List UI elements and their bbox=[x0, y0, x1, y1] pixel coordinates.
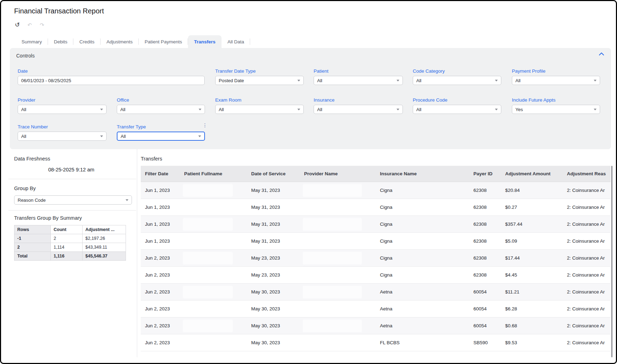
filter-trace-number-label: Trace Number bbox=[18, 124, 107, 129]
cell-patient-fullname bbox=[180, 216, 247, 232]
summary-row: 2 1,114 $43,349.11 bbox=[14, 243, 126, 252]
table-row[interactable]: Jun 1, 2023 May 31, 2023 Cigna 62308 $35… bbox=[141, 216, 611, 233]
include-future-appts-dropdown[interactable]: Yes bbox=[512, 105, 600, 114]
data-freshness-heading: Data Freshness bbox=[14, 156, 50, 162]
filter-trace-number: Trace Number All bbox=[18, 124, 107, 141]
group-by-summary-table: Rows Count Adjustment ... -1 2 $2,197.26… bbox=[14, 225, 126, 261]
collapse-chevron-up-icon[interactable] bbox=[598, 51, 605, 58]
cell-adjustment-amount: $4.45 bbox=[501, 267, 563, 283]
header-date-of-service[interactable]: Date of Service bbox=[247, 166, 300, 182]
summary-total-cell: 1,116 bbox=[51, 252, 83, 261]
cell-adjustment-reason: 2: Coinsurance Ar bbox=[563, 250, 611, 266]
insurance-dropdown[interactable]: All bbox=[314, 105, 403, 114]
filter-procedure-code: Procedure Code All bbox=[413, 97, 501, 114]
cell-filter-date: Jun 1, 2023 bbox=[141, 182, 180, 199]
patient-value: All bbox=[317, 78, 322, 83]
filter-transfer-date-type-label: Transfer Date Type bbox=[215, 68, 304, 74]
table-row[interactable]: Jun 2, 2023 May 30, 2023 FL BCBS SB590 $… bbox=[141, 334, 611, 351]
cell-provider-name bbox=[300, 267, 376, 283]
table-row[interactable]: Jun 2, 2023 May 23, 2023 Cigna 62308 $4.… bbox=[141, 267, 611, 284]
table-row[interactable]: Jun 2, 2023 May 30, 2023 Aetna 60054 $6.… bbox=[141, 301, 611, 317]
summary-header-adjustment: Adjustment ... bbox=[83, 225, 126, 234]
office-value: All bbox=[120, 107, 125, 112]
redacted-provider-name bbox=[303, 252, 362, 265]
chevron-down-icon bbox=[495, 80, 498, 81]
office-dropdown[interactable]: All bbox=[117, 105, 205, 114]
vertical-scrollbar[interactable] bbox=[611, 166, 612, 357]
patient-dropdown[interactable]: All bbox=[314, 76, 403, 85]
header-adjustment-reason[interactable]: Adjustment Reas bbox=[563, 166, 611, 182]
payment-profile-dropdown[interactable]: All bbox=[512, 76, 600, 85]
redo-icon[interactable]: ↷ bbox=[38, 22, 46, 28]
refresh-icon[interactable]: ↺ bbox=[13, 21, 21, 29]
cell-payer-id: SB590 bbox=[469, 334, 501, 351]
chevron-down-icon bbox=[397, 109, 399, 110]
header-payer-id[interactable]: Payer ID bbox=[469, 166, 501, 182]
filter-payment-profile: Payment Profile All bbox=[512, 68, 600, 85]
trace-number-dropdown[interactable]: All bbox=[18, 132, 107, 141]
filter-transfer-date-type: Transfer Date Type Posted Date bbox=[215, 68, 304, 85]
cell-patient-fullname bbox=[180, 267, 247, 283]
cell-provider-name bbox=[300, 250, 376, 266]
cell-provider-name bbox=[300, 301, 376, 317]
summary-cell: 2 bbox=[14, 243, 51, 252]
undo-icon[interactable]: ↶ bbox=[26, 22, 34, 28]
table-row[interactable]: Jun 2, 2023 May 30, 2023 Aetna 60054 $0.… bbox=[141, 317, 611, 334]
header-adjustment-amount[interactable]: Adjustment Amount bbox=[501, 166, 563, 182]
cell-patient-fullname bbox=[180, 250, 247, 266]
transfers-title: Transfers bbox=[141, 156, 162, 162]
cell-patient-fullname bbox=[180, 301, 247, 317]
tab-all-data[interactable]: All Data bbox=[222, 35, 250, 48]
summary-cell: 2 bbox=[51, 234, 83, 243]
filter-office-label: Office bbox=[117, 97, 205, 103]
cell-insurance-name: Cigna bbox=[376, 216, 469, 232]
cell-payer-id: 62308 bbox=[469, 267, 501, 283]
header-provider-name[interactable]: Provider Name bbox=[300, 166, 376, 182]
header-insurance-name[interactable]: Insurance Name bbox=[376, 166, 469, 182]
tab-patient-payments[interactable]: Patient Payments bbox=[139, 35, 188, 48]
cell-date-of-service: May 31, 2023 bbox=[247, 233, 300, 249]
table-row[interactable]: Jun 1, 2023 May 31, 2023 Cigna 62308 $0.… bbox=[141, 199, 611, 216]
cell-payer-id: 62308 bbox=[469, 199, 501, 216]
chevron-down-icon bbox=[199, 109, 201, 110]
header-filter-date[interactable]: Filter Date bbox=[141, 166, 180, 182]
filter-insurance-label: Insurance bbox=[314, 97, 403, 103]
tab-adjustments[interactable]: Adjustments bbox=[101, 35, 139, 48]
tab-credits[interactable]: Credits bbox=[73, 35, 101, 48]
cell-filter-date: Jun 2, 2023 bbox=[141, 301, 180, 317]
date-range-input[interactable]: 06/01/2023 - 08/25/2025 bbox=[18, 76, 205, 85]
cell-adjustment-reason: 2: Coinsurance Ar bbox=[563, 284, 611, 300]
filter-procedure-code-label: Procedure Code bbox=[413, 97, 501, 103]
cell-filter-date: Jun 1, 2023 bbox=[141, 233, 180, 249]
table-row[interactable]: Jun 1, 2023 May 31, 2023 Cigna 62308 $5.… bbox=[141, 233, 611, 250]
exam-room-dropdown[interactable]: All bbox=[215, 105, 304, 114]
cell-insurance-name: FL BCBS bbox=[376, 334, 469, 351]
cell-adjustment-amount: $17.44 bbox=[501, 250, 563, 266]
tab-debits[interactable]: Debits bbox=[48, 35, 73, 48]
tab-transfers[interactable]: Transfers bbox=[188, 35, 222, 48]
cell-adjustment-amount: $20.84 bbox=[501, 182, 563, 199]
transfer-type-dropdown[interactable]: All bbox=[117, 132, 205, 141]
table-row[interactable]: Jun 2, 2023 May 30, 2023 Aetna 60054 $11… bbox=[141, 284, 611, 301]
cell-patient-fullname bbox=[180, 182, 247, 199]
panel-divider bbox=[137, 149, 137, 357]
cell-date-of-service: May 30, 2023 bbox=[247, 317, 300, 334]
tab-bar: Summary Debits Credits Adjustments Patie… bbox=[16, 35, 250, 48]
transfer-date-type-dropdown[interactable]: Posted Date bbox=[215, 76, 304, 85]
table-row[interactable]: Jun 1, 2023 May 31, 2023 Cigna 62308 $20… bbox=[141, 182, 611, 199]
cell-insurance-name: Cigna bbox=[376, 182, 469, 199]
cell-adjustment-amount: $0.68 bbox=[501, 317, 563, 334]
table-row[interactable]: Jun 2, 2023 May 23, 2023 Cigna 62308 $17… bbox=[141, 250, 611, 267]
filter-code-category-label: Code Category bbox=[413, 68, 501, 74]
group-by-dropdown[interactable]: Reason Code bbox=[14, 195, 132, 205]
filter-code-category: Code Category All bbox=[413, 68, 501, 85]
procedure-code-dropdown[interactable]: All bbox=[413, 105, 501, 114]
kebab-menu-icon[interactable]: ⋮ bbox=[202, 123, 207, 128]
cell-date-of-service: May 31, 2023 bbox=[247, 216, 300, 232]
transfer-type-value: All bbox=[121, 134, 126, 139]
tab-summary[interactable]: Summary bbox=[16, 35, 48, 48]
provider-dropdown[interactable]: All bbox=[18, 105, 107, 114]
code-category-dropdown[interactable]: All bbox=[413, 76, 501, 85]
cell-provider-name bbox=[300, 317, 376, 334]
header-patient-fullname[interactable]: Patient Fullname bbox=[180, 166, 247, 182]
